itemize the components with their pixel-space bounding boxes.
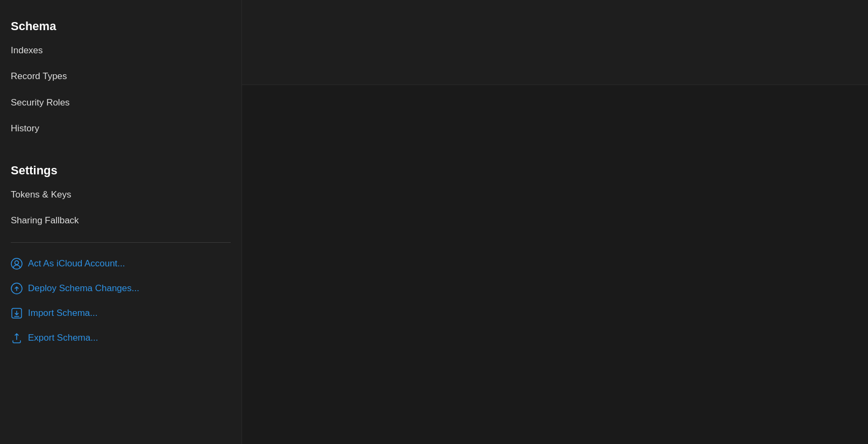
deploy-schema-action[interactable]: Deploy Schema Changes...: [0, 276, 241, 301]
content-area: [242, 85, 868, 444]
sidebar-actions: Act As iCloud Account... Deploy Schema C…: [0, 251, 241, 350]
import-icon: [11, 307, 23, 319]
import-schema-label: Import Schema...: [28, 308, 97, 319]
sidebar-divider: [11, 242, 231, 243]
main-content: [242, 0, 868, 444]
export-schema-action[interactable]: Export Schema...: [0, 326, 241, 350]
act-as-icloud-label: Act As iCloud Account...: [28, 258, 125, 269]
schema-section-title: Schema: [0, 11, 241, 38]
sidebar-item-sharing-fallback[interactable]: Sharing Fallback: [0, 208, 241, 234]
deploy-schema-label: Deploy Schema Changes...: [28, 283, 139, 294]
sidebar-item-indexes[interactable]: Indexes: [0, 38, 241, 64]
import-schema-action[interactable]: Import Schema...: [0, 301, 241, 326]
svg-point-1: [15, 261, 19, 265]
settings-section-title: Settings: [0, 155, 241, 182]
sidebar-item-security-roles[interactable]: Security Roles: [0, 90, 241, 116]
person-circle-icon: [11, 258, 23, 270]
sidebar-item-tokens-keys[interactable]: Tokens & Keys: [0, 182, 241, 208]
sidebar: Schema Indexes Record Types Security Rol…: [0, 0, 242, 444]
schema-section: Schema Indexes Record Types Security Rol…: [0, 11, 241, 142]
export-icon: [11, 332, 23, 344]
act-as-icloud-action[interactable]: Act As iCloud Account...: [0, 251, 241, 276]
sidebar-item-record-types[interactable]: Record Types: [0, 64, 241, 89]
settings-section: Settings Tokens & Keys Sharing Fallback: [0, 155, 241, 234]
upload-circle-icon: [11, 283, 23, 294]
top-bar: [242, 0, 868, 85]
export-schema-label: Export Schema...: [28, 333, 98, 343]
sidebar-item-history[interactable]: History: [0, 116, 241, 142]
